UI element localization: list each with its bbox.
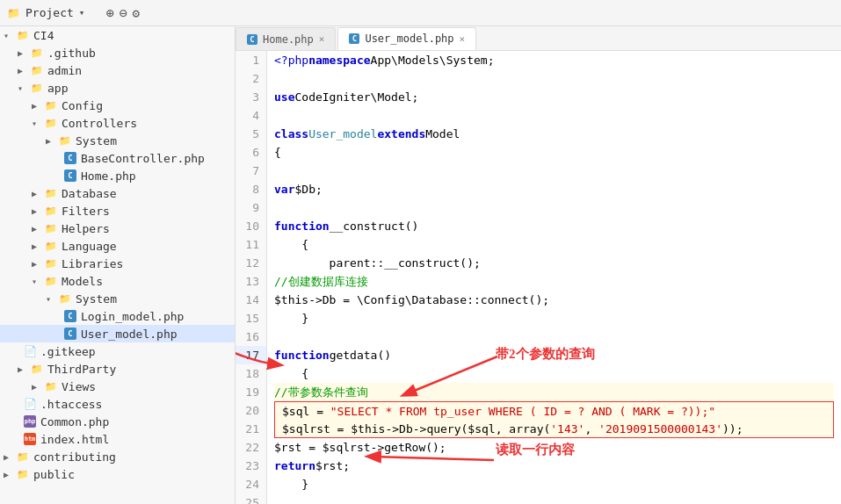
sidebar-item-thirdparty[interactable]: ▶ 📁 ThirdParty — [0, 360, 235, 378]
line-num-24: 24 — [236, 475, 266, 493]
sidebar-item-system1[interactable]: ▶ 📁 System — [0, 132, 235, 149]
tab-close-home[interactable]: × — [319, 33, 325, 45]
sidebar-item-public[interactable]: ▶ 📁 public — [0, 465, 235, 483]
label-config: Config — [62, 99, 103, 112]
line-num-3: 3 — [236, 88, 266, 106]
tab-close-user-model[interactable]: × — [460, 33, 466, 45]
line-num-6: 6 — [236, 143, 266, 162]
sidebar-item-gitkeep[interactable]: 📄 .gitkeep — [0, 342, 235, 360]
line-num-20: 20 — [236, 401, 266, 420]
folder-icon: 📁 — [30, 63, 44, 77]
sidebar-item-home[interactable]: C Home.php — [0, 167, 235, 184]
line-num-25: 25 — [236, 493, 266, 504]
toolbar-left: 📁 Project ▾ ⊕ ⊖ ⚙ — [7, 5, 140, 21]
code-line-7 — [274, 162, 834, 180]
sidebar-item-models[interactable]: ▾ 📁 Models — [0, 272, 235, 290]
code-content: <?php namespace App\Models\System; use C… — [267, 51, 841, 504]
code-line-4 — [274, 106, 834, 125]
folder-icon: 📁 — [16, 28, 30, 42]
code-line-25 — [274, 493, 834, 504]
php-c-icon: C — [63, 309, 77, 323]
tab-user-model[interactable]: C User_model.php × — [337, 27, 476, 50]
line-num-1: 1 — [236, 51, 266, 69]
toolbar-settings-icon[interactable]: ⚙ — [132, 6, 139, 20]
arrow-helpers: ▶ — [32, 224, 44, 234]
sidebar-item-htaccess[interactable]: 📄 .htaccess — [0, 395, 235, 413]
sidebar-item-config[interactable]: ▶ 📁 Config — [0, 97, 235, 114]
editor-area: C Home.php × C User_model.php × 1 2 3 4 … — [236, 26, 841, 504]
folder-icon: 📁 — [44, 204, 58, 218]
arrow-filters: ▶ — [32, 206, 44, 216]
line-num-18: 18 — [236, 364, 266, 383]
folder-icon: 📁 — [44, 98, 58, 112]
label-system1: System — [76, 134, 117, 148]
label-home: Home.php — [81, 169, 136, 183]
php-icon: php — [23, 414, 37, 428]
arrow-config: ▶ — [32, 101, 44, 111]
folder-icon: 📁 — [16, 450, 30, 464]
label-database: Database — [62, 187, 117, 200]
sidebar-item-helpers[interactable]: ▶ 📁 Helpers — [0, 220, 235, 237]
sidebar-item-app[interactable]: ▾ 📁 app — [0, 79, 235, 97]
sidebar-item-controllers[interactable]: ▾ 📁 Controllers — [0, 114, 235, 132]
sidebar-item-common[interactable]: php Common.php — [0, 413, 235, 430]
sidebar-item-views[interactable]: ▶ 📁 Views — [0, 378, 235, 395]
label-views: Views — [62, 380, 96, 393]
project-label: Project — [25, 6, 74, 19]
label-basecontroller: BaseController.php — [81, 152, 205, 165]
sidebar-item-index[interactable]: htm index.html — [0, 430, 235, 448]
label-public: public — [33, 468, 75, 481]
sidebar-item-user-model[interactable]: C User_model.php — [0, 325, 235, 342]
label-thirdparty: ThirdParty — [47, 363, 116, 376]
line-num-2: 2 — [236, 69, 266, 88]
sidebar-item-language[interactable]: ▶ 📁 Language — [0, 237, 235, 255]
arrow-database: ▶ — [32, 189, 44, 198]
arrow-views: ▶ — [32, 382, 44, 392]
label-controllers: Controllers — [62, 117, 137, 130]
folder-icon: 📁 — [44, 256, 58, 270]
folder-icon: 📁 — [58, 133, 72, 148]
code-line-23: return $rst; — [274, 457, 834, 475]
folder-icon: 📁 — [30, 362, 44, 376]
sidebar-item-admin[interactable]: ▶ 📁 admin — [0, 61, 235, 79]
label-common: Common.php — [40, 415, 109, 428]
php-c-icon: C — [63, 151, 77, 165]
folder-icon: 📁 — [44, 186, 58, 200]
sidebar-item-basecontroller[interactable]: C BaseController.php — [0, 149, 235, 167]
code-viewport[interactable]: 1 2 3 4 5 6 7 8 9 10 11 12 13 14 15 16 1 — [236, 51, 841, 504]
line-num-11: 11 — [236, 235, 266, 254]
folder-icon: 📁 — [16, 467, 30, 481]
sidebar-item-libraries[interactable]: ▶ 📁 Libraries — [0, 255, 235, 272]
sidebar-item-login-model[interactable]: C Login_model.php — [0, 307, 235, 325]
sidebar: ▾ 📁 CI4 ▶ 📁 .github ▶ 📁 admin ▾ 📁 app ▶ … — [0, 26, 236, 504]
sidebar-item-system2[interactable]: ▾ 📁 System — [0, 290, 235, 307]
sidebar-item-database[interactable]: ▶ 📁 Database — [0, 184, 235, 202]
html-icon: htm — [23, 432, 37, 446]
line-num-16: 16 — [236, 328, 266, 346]
code-line-21: $sqlrst = $this->Db->query($sql, array('… — [274, 420, 834, 438]
code-line-9 — [274, 198, 834, 217]
arrow-system2: ▾ — [46, 294, 58, 304]
project-dropdown-icon[interactable]: ▾ — [79, 7, 85, 18]
label-admin: admin — [47, 64, 82, 77]
sidebar-item-contributing[interactable]: ▶ 📁 contributing — [0, 448, 235, 465]
code-line-24: } — [274, 475, 834, 493]
line-num-21: 21 — [236, 420, 266, 438]
code-line-19: //带参数条件查询 — [274, 383, 834, 401]
arrow-contributing: ▶ — [4, 452, 16, 462]
code-line-10: function __construct() — [274, 217, 834, 235]
code-line-6: { — [274, 143, 834, 162]
label-system2: System — [76, 292, 117, 306]
toolbar-add-icon[interactable]: ⊕ — [105, 5, 113, 21]
tab-home[interactable]: C Home.php × — [236, 27, 336, 50]
folder-icon: 📁 — [30, 46, 44, 60]
arrow-system1: ▶ — [46, 136, 58, 146]
arrow-admin: ▶ — [18, 66, 30, 76]
sidebar-item-filters[interactable]: ▶ 📁 Filters — [0, 202, 235, 220]
toolbar-collapse-icon[interactable]: ⊖ — [119, 5, 127, 21]
label-htaccess: .htaccess — [40, 398, 102, 411]
line-num-9: 9 — [236, 198, 266, 217]
sidebar-item-github[interactable]: ▶ 📁 .github — [0, 44, 235, 61]
sidebar-item-ci4[interactable]: ▾ 📁 CI4 — [0, 26, 235, 44]
tab-bar: C Home.php × C User_model.php × — [236, 26, 841, 51]
